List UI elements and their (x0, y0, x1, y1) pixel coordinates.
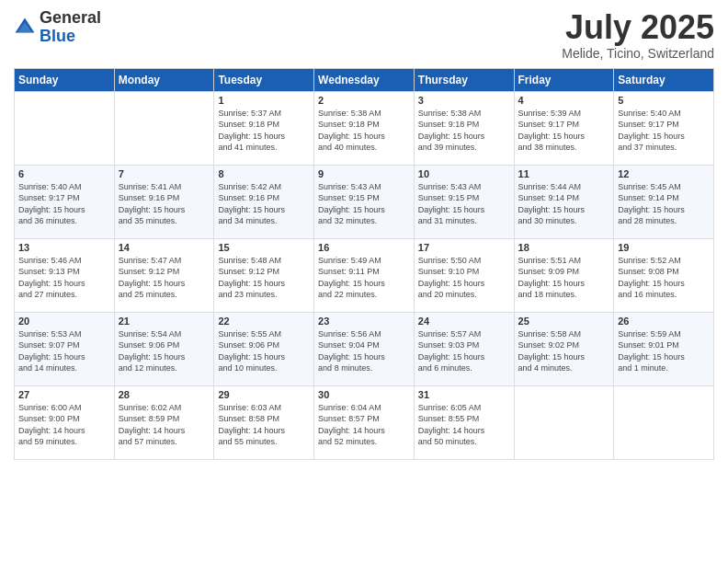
day-number: 16 (318, 242, 410, 253)
day-number: 2 (318, 95, 410, 106)
day-info: Sunrise: 5:48 AM Sunset: 9:12 PM Dayligh… (218, 255, 310, 301)
logo-icon (14, 17, 36, 39)
weekday-header: Tuesday (214, 68, 314, 91)
day-info: Sunrise: 5:38 AM Sunset: 9:18 PM Dayligh… (418, 108, 510, 154)
day-info: Sunrise: 5:40 AM Sunset: 9:17 PM Dayligh… (618, 108, 710, 154)
calendar-day-cell: 31Sunrise: 6:05 AM Sunset: 8:55 PM Dayli… (414, 385, 514, 459)
calendar-day-cell (514, 385, 614, 459)
logo: General Blue (14, 9, 101, 46)
calendar-day-cell: 2Sunrise: 5:38 AM Sunset: 9:18 PM Daylig… (314, 91, 415, 165)
day-number: 6 (18, 168, 110, 179)
day-number: 10 (418, 168, 510, 179)
calendar-week-row: 13Sunrise: 5:46 AM Sunset: 9:13 PM Dayli… (15, 238, 714, 312)
day-info: Sunrise: 5:57 AM Sunset: 9:03 PM Dayligh… (418, 328, 510, 374)
day-info: Sunrise: 5:40 AM Sunset: 9:17 PM Dayligh… (18, 181, 110, 227)
day-number: 4 (518, 95, 610, 106)
calendar-day-cell: 16Sunrise: 5:49 AM Sunset: 9:11 PM Dayli… (314, 238, 415, 312)
day-number: 25 (518, 316, 610, 327)
day-info: Sunrise: 5:47 AM Sunset: 9:12 PM Dayligh… (119, 255, 210, 301)
calendar-day-cell: 23Sunrise: 5:56 AM Sunset: 9:04 PM Dayli… (314, 312, 415, 385)
day-number: 23 (318, 316, 410, 327)
calendar-week-row: 1Sunrise: 5:37 AM Sunset: 9:18 PM Daylig… (15, 91, 714, 165)
day-info: Sunrise: 5:49 AM Sunset: 9:11 PM Dayligh… (318, 255, 410, 301)
day-info: Sunrise: 5:46 AM Sunset: 9:13 PM Dayligh… (18, 255, 110, 301)
calendar-day-cell: 10Sunrise: 5:43 AM Sunset: 9:15 PM Dayli… (414, 165, 514, 238)
day-number: 17 (418, 242, 510, 253)
day-info: Sunrise: 6:02 AM Sunset: 8:59 PM Dayligh… (119, 402, 210, 448)
calendar-day-cell: 22Sunrise: 5:55 AM Sunset: 9:06 PM Dayli… (214, 312, 314, 385)
day-info: Sunrise: 5:51 AM Sunset: 9:09 PM Dayligh… (518, 255, 610, 301)
day-number: 7 (119, 168, 210, 179)
day-number: 26 (618, 316, 710, 327)
day-info: Sunrise: 5:45 AM Sunset: 9:14 PM Dayligh… (618, 181, 710, 227)
day-number: 24 (418, 316, 510, 327)
calendar-day-cell (15, 91, 115, 165)
calendar-day-cell: 21Sunrise: 5:54 AM Sunset: 9:06 PM Dayli… (114, 312, 214, 385)
calendar-day-cell: 6Sunrise: 5:40 AM Sunset: 9:17 PM Daylig… (15, 165, 115, 238)
calendar-day-cell: 24Sunrise: 5:57 AM Sunset: 9:03 PM Dayli… (414, 312, 514, 385)
weekday-header: Saturday (614, 68, 714, 91)
day-number: 9 (318, 168, 410, 179)
calendar-day-cell: 30Sunrise: 6:04 AM Sunset: 8:57 PM Dayli… (314, 385, 415, 459)
calendar-day-cell: 26Sunrise: 5:59 AM Sunset: 9:01 PM Dayli… (614, 312, 714, 385)
calendar-week-row: 20Sunrise: 5:53 AM Sunset: 9:07 PM Dayli… (15, 312, 714, 385)
calendar-day-cell: 28Sunrise: 6:02 AM Sunset: 8:59 PM Dayli… (114, 385, 214, 459)
day-info: Sunrise: 5:58 AM Sunset: 9:02 PM Dayligh… (518, 328, 610, 374)
day-info: Sunrise: 5:44 AM Sunset: 9:14 PM Dayligh… (518, 181, 610, 227)
day-info: Sunrise: 5:39 AM Sunset: 9:17 PM Dayligh… (518, 108, 610, 154)
day-number: 19 (618, 242, 710, 253)
day-number: 11 (518, 168, 610, 179)
calendar-day-cell: 9Sunrise: 5:43 AM Sunset: 9:15 PM Daylig… (314, 165, 415, 238)
day-info: Sunrise: 6:04 AM Sunset: 8:57 PM Dayligh… (318, 402, 410, 448)
day-info: Sunrise: 5:52 AM Sunset: 9:08 PM Dayligh… (618, 255, 710, 301)
day-info: Sunrise: 5:50 AM Sunset: 9:10 PM Dayligh… (418, 255, 510, 301)
calendar-table: SundayMondayTuesdayWednesdayThursdayFrid… (14, 68, 714, 460)
day-info: Sunrise: 5:42 AM Sunset: 9:16 PM Dayligh… (218, 181, 310, 227)
day-info: Sunrise: 5:53 AM Sunset: 9:07 PM Dayligh… (18, 328, 110, 374)
weekday-header: Thursday (414, 68, 514, 91)
title-block: July 2025 Melide, Ticino, Switzerland (562, 9, 714, 61)
calendar-day-cell: 8Sunrise: 5:42 AM Sunset: 9:16 PM Daylig… (214, 165, 314, 238)
day-info: Sunrise: 6:05 AM Sunset: 8:55 PM Dayligh… (418, 402, 510, 448)
logo-blue: Blue (40, 27, 75, 45)
calendar-day-cell: 17Sunrise: 5:50 AM Sunset: 9:10 PM Dayli… (414, 238, 514, 312)
calendar-day-cell: 27Sunrise: 6:00 AM Sunset: 9:00 PM Dayli… (15, 385, 115, 459)
calendar-day-cell: 18Sunrise: 5:51 AM Sunset: 9:09 PM Dayli… (514, 238, 614, 312)
month-title: July 2025 (562, 9, 714, 46)
day-number: 31 (418, 389, 510, 400)
day-info: Sunrise: 6:00 AM Sunset: 9:00 PM Dayligh… (18, 402, 110, 448)
day-number: 18 (518, 242, 610, 253)
header: General Blue July 2025 Melide, Ticino, S… (14, 9, 714, 61)
calendar-day-cell: 12Sunrise: 5:45 AM Sunset: 9:14 PM Dayli… (614, 165, 714, 238)
day-info: Sunrise: 5:55 AM Sunset: 9:06 PM Dayligh… (218, 328, 310, 374)
calendar-day-cell: 4Sunrise: 5:39 AM Sunset: 9:17 PM Daylig… (514, 91, 614, 165)
day-number: 14 (119, 242, 210, 253)
calendar-day-cell: 19Sunrise: 5:52 AM Sunset: 9:08 PM Dayli… (614, 238, 714, 312)
day-number: 28 (119, 389, 210, 400)
day-number: 5 (618, 95, 710, 106)
day-info: Sunrise: 5:56 AM Sunset: 9:04 PM Dayligh… (318, 328, 410, 374)
day-number: 1 (218, 95, 310, 106)
calendar-day-cell: 25Sunrise: 5:58 AM Sunset: 9:02 PM Dayli… (514, 312, 614, 385)
page: General Blue July 2025 Melide, Ticino, S… (0, 0, 728, 563)
logo-text: General Blue (40, 9, 101, 46)
day-number: 15 (218, 242, 310, 253)
day-info: Sunrise: 5:59 AM Sunset: 9:01 PM Dayligh… (618, 328, 710, 374)
calendar-week-row: 6Sunrise: 5:40 AM Sunset: 9:17 PM Daylig… (15, 165, 714, 238)
day-info: Sunrise: 5:41 AM Sunset: 9:16 PM Dayligh… (119, 181, 210, 227)
calendar-day-cell (114, 91, 214, 165)
calendar-day-cell: 1Sunrise: 5:37 AM Sunset: 9:18 PM Daylig… (214, 91, 314, 165)
day-number: 30 (318, 389, 410, 400)
calendar-day-cell: 7Sunrise: 5:41 AM Sunset: 9:16 PM Daylig… (114, 165, 214, 238)
day-info: Sunrise: 5:37 AM Sunset: 9:18 PM Dayligh… (218, 108, 310, 154)
calendar-day-cell: 3Sunrise: 5:38 AM Sunset: 9:18 PM Daylig… (414, 91, 514, 165)
day-number: 12 (618, 168, 710, 179)
day-info: Sunrise: 5:43 AM Sunset: 9:15 PM Dayligh… (418, 181, 510, 227)
calendar-week-row: 27Sunrise: 6:00 AM Sunset: 9:00 PM Dayli… (15, 385, 714, 459)
day-info: Sunrise: 5:54 AM Sunset: 9:06 PM Dayligh… (119, 328, 210, 374)
logo-general: General (40, 8, 101, 27)
day-number: 13 (18, 242, 110, 253)
weekday-header: Sunday (15, 68, 115, 91)
calendar-day-cell: 15Sunrise: 5:48 AM Sunset: 9:12 PM Dayli… (214, 238, 314, 312)
day-number: 27 (18, 389, 110, 400)
